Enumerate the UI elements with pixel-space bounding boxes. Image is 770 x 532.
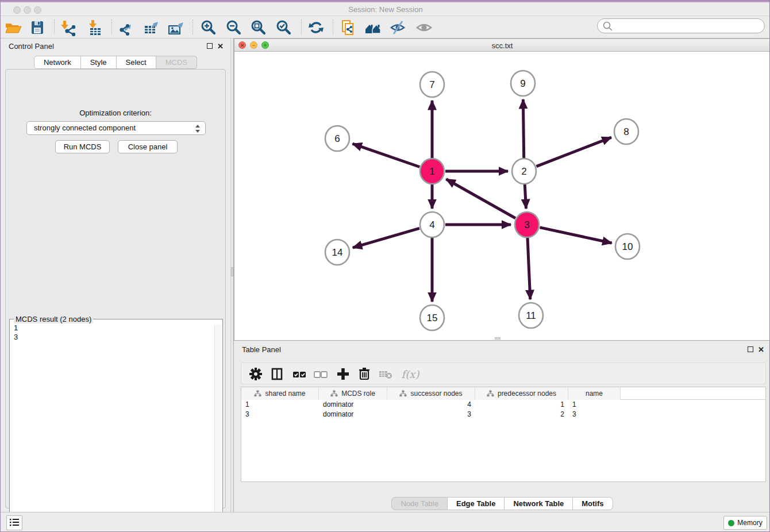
graph-node-10[interactable]: 10 [615,234,640,259]
table-row[interactable]: 1dominator411 [241,400,765,410]
column-header-predecessor-nodes[interactable]: predecessor nodes [475,387,568,400]
refresh-icon[interactable] [306,19,326,36]
table-cell[interactable]: 3 [241,410,319,419]
column-header-name[interactable]: name [568,387,621,400]
table-cell[interactable]: 3 [568,410,621,419]
memory-button[interactable]: Memory [723,516,767,530]
graph-node-4[interactable]: 4 [420,212,444,237]
add-row-icon[interactable] [333,364,353,384]
close-table-panel-icon[interactable]: ✕ [758,347,764,353]
import-network-icon[interactable] [59,19,78,36]
graph-node-14[interactable]: 14 [325,240,349,265]
network-window-titlebar[interactable]: ✕ − + scc.txt [234,39,770,52]
close-panel-icon[interactable]: ✕ [217,44,224,49]
zoom-in-icon[interactable] [199,19,218,36]
table-row[interactable]: 3dominator323 [241,410,765,419]
graph-edge-3-1[interactable] [446,179,515,218]
graph-node-15[interactable]: 15 [420,305,444,330]
table-panel-tabs: Node TableEdge TableNetwork TableMotifs [234,497,770,510]
hide-panels-eye-icon[interactable] [388,19,408,36]
table-cell[interactable]: 2 [475,410,568,419]
table-panel-title: Table Panel [242,345,281,354]
delete-row-trash-icon[interactable] [355,364,374,384]
tab-select[interactable]: Select [117,56,156,69]
show-panels-eye-icon[interactable] [414,19,434,36]
table-cell[interactable]: 1 [475,400,568,410]
float-panel-icon[interactable] [207,43,213,49]
export-network-icon[interactable] [116,19,136,36]
column-header-MCDS-role[interactable]: MCDS role [319,387,387,400]
column-header-successor-nodes[interactable]: successor nodes [387,387,475,400]
home-icon[interactable] [364,19,383,36]
zoom-out-icon[interactable] [224,19,244,36]
tab-node-table[interactable]: Node Table [391,497,448,510]
select-all-icon[interactable] [290,364,309,384]
graph-node-7[interactable]: 7 [420,72,444,97]
svg-text:4: 4 [429,219,434,230]
dropdown-value: strongly connected component [34,124,136,132]
node-table[interactable]: shared nameMCDS rolesuccessor nodesprede… [241,387,766,482]
tab-edge-table[interactable]: Edge Table [448,497,505,510]
run-mcds-button[interactable]: Run MCDS [55,140,110,153]
graph-node-6[interactable]: 6 [325,126,349,151]
graph-node-9[interactable]: 9 [511,71,535,96]
svg-text:8: 8 [623,126,629,137]
svg-text:3: 3 [524,219,529,230]
float-table-panel-icon[interactable] [748,346,753,352]
save-session-icon[interactable] [28,19,47,36]
tab-network-table[interactable]: Network Table [505,497,573,510]
tab-style[interactable]: Style [81,56,117,69]
column-header-shared-name[interactable]: shared name [241,387,319,400]
graph-edge-3-10[interactable] [540,228,611,243]
table-header: shared nameMCDS rolesuccessor nodesprede… [241,387,765,400]
network-document-icon[interactable] [338,19,358,36]
graph-node-1[interactable]: 1 [420,159,444,184]
status-bar: Memory [1,512,770,532]
graph-edge-1-6[interactable] [352,144,419,167]
export-table-icon[interactable] [141,19,161,36]
window-resize-handle[interactable] [495,337,500,340]
tab-network[interactable]: Network [34,56,81,69]
table-cell[interactable]: dominator [319,400,387,410]
deselect-all-icon[interactable] [311,364,330,384]
graph-node-3[interactable]: 3 [515,212,539,237]
table-cell[interactable]: dominator [319,410,387,419]
toolbar-separator [192,20,193,34]
column-view-icon[interactable] [267,364,287,384]
graph-node-2[interactable]: 2 [512,159,536,184]
delete-table-icon[interactable] [376,364,395,384]
open-session-icon[interactable] [3,19,23,36]
function-builder-icon[interactable]: f(x) [398,364,423,384]
graph-edge-2-8[interactable] [536,137,611,167]
task-history-list-icon[interactable] [6,515,22,530]
settings-gear-icon[interactable] [246,364,265,384]
scrollbar[interactable] [214,325,222,532]
svg-text:15: 15 [427,313,438,323]
network-title: scc.txt [234,41,770,50]
search-input[interactable] [615,20,759,32]
table-cell[interactable]: 1 [241,400,319,410]
column-tree-icon [254,390,261,397]
graph-edge-3-11[interactable] [528,238,530,299]
import-table-icon[interactable] [86,19,105,36]
tab-motifs[interactable]: Motifs [573,497,613,510]
toolbar-separator [54,20,55,34]
optimization-criterion-dropdown[interactable]: strongly connected component [26,121,206,135]
close-panel-button[interactable]: Close panel [118,140,178,153]
graph-edge-4-14[interactable] [353,228,419,248]
export-image-icon[interactable] [166,19,186,36]
table-cell[interactable]: 3 [387,410,475,419]
graph-edge-2-9[interactable] [523,99,523,158]
graph-node-11[interactable]: 11 [519,303,543,328]
mcds-tab-content: Optimization criterion: strongly connect… [5,69,226,508]
splitter-handle[interactable] [231,267,233,276]
tab-mcds[interactable]: MCDS [156,56,197,69]
graph-node-8[interactable]: 8 [614,119,638,144]
search-box [597,18,765,33]
zoom-selected-icon[interactable] [274,19,294,36]
zoom-fit-icon[interactable] [249,19,268,36]
table-cell[interactable]: 4 [387,400,475,410]
table-cell[interactable]: 1 [568,400,621,410]
graph-edge-2-3[interactable] [525,184,526,209]
network-graph-canvas[interactable]: 7968124314101511 [234,52,770,340]
